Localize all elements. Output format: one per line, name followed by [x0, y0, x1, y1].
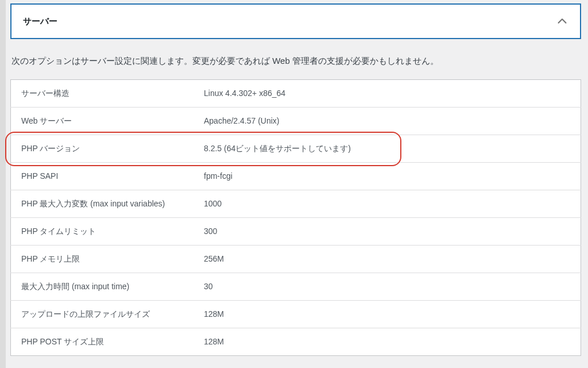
cell-value: 256M	[194, 246, 581, 273]
cell-label: PHP メモリ上限	[11, 246, 194, 273]
cell-label: Web サーバー	[11, 108, 194, 135]
panel-description: 次のオプションはサーバー設定に関連します。変更が必要であれば Web 管理者の支…	[11, 54, 580, 68]
table-row: PHP SAPI fpm-fcgi	[11, 163, 581, 190]
cell-label: PHP バージョン	[11, 135, 194, 163]
table-row: PHP タイムリミット 300	[11, 218, 581, 246]
cell-label: PHP POST サイズ上限	[11, 328, 194, 356]
panel-content: サーバー 次のオプションはサーバー設定に関連します。変更が必要であれば Web …	[10, 3, 581, 356]
cell-value: 128M	[194, 328, 581, 356]
cell-label: PHP SAPI	[11, 163, 194, 190]
table-row: Web サーバー Apache/2.4.57 (Unix)	[11, 108, 581, 135]
cell-value: fpm-fcgi	[194, 163, 581, 190]
left-gutter	[0, 0, 6, 368]
table-row: PHP バージョン 8.2.5 (64ビット値をサポートしています)	[11, 135, 581, 163]
table-row: サーバー構造 Linux 4.4.302+ x86_64	[11, 80, 581, 108]
table-row: PHP 最大入力変数 (max input variables) 1000	[11, 190, 581, 218]
server-info-table: サーバー構造 Linux 4.4.302+ x86_64 Web サーバー Ap…	[10, 79, 581, 356]
cell-value: 300	[194, 218, 581, 246]
cell-value: 128M	[194, 301, 581, 328]
table-row: PHP POST サイズ上限 128M	[11, 328, 581, 356]
cell-label: PHP タイムリミット	[11, 218, 194, 246]
cell-label: サーバー構造	[11, 80, 194, 108]
panel-title: サーバー	[23, 16, 57, 27]
cell-label: 最大入力時間 (max input time)	[11, 273, 194, 301]
cell-value: Apache/2.4.57 (Unix)	[194, 108, 581, 135]
cell-value: Linux 4.4.302+ x86_64	[194, 80, 581, 108]
chevron-up-icon	[556, 15, 568, 28]
table-row: アップロードの上限ファイルサイズ 128M	[11, 301, 581, 328]
table-row: PHP メモリ上限 256M	[11, 246, 581, 273]
cell-label: アップロードの上限ファイルサイズ	[11, 301, 194, 328]
cell-value: 30	[194, 273, 581, 301]
cell-value: 8.2.5 (64ビット値をサポートしています)	[194, 135, 581, 163]
cell-value: 1000	[194, 190, 581, 218]
cell-label: PHP 最大入力変数 (max input variables)	[11, 190, 194, 218]
panel-header-server[interactable]: サーバー	[10, 3, 581, 39]
table-row: 最大入力時間 (max input time) 30	[11, 273, 581, 301]
